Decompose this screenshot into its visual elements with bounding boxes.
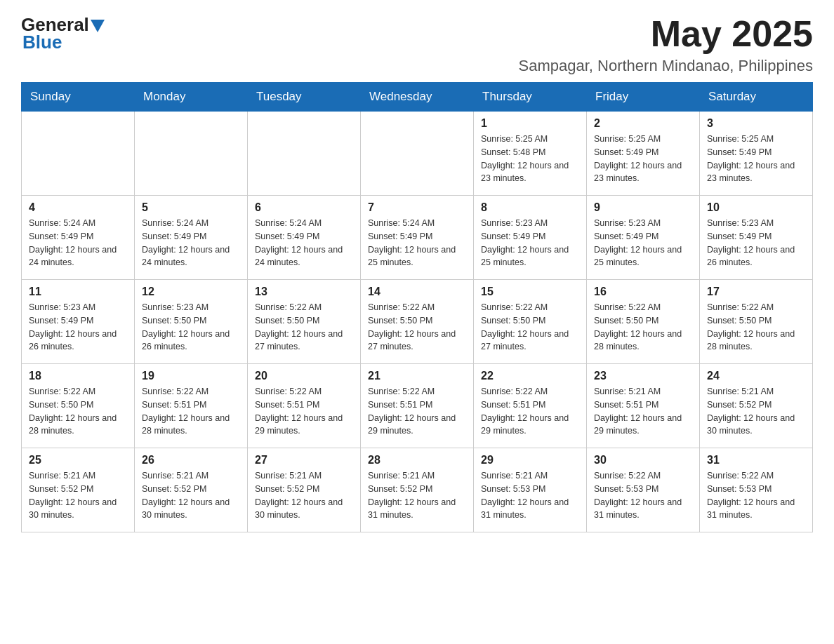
calendar-cell: 3Sunrise: 5:25 AM Sunset: 5:49 PM Daylig… (700, 112, 813, 196)
day-info: Sunrise: 5:22 AM Sunset: 5:53 PM Dayligh… (707, 469, 805, 522)
calendar-cell: 30Sunrise: 5:22 AM Sunset: 5:53 PM Dayli… (587, 448, 700, 532)
day-number: 9 (594, 201, 692, 214)
day-info: Sunrise: 5:22 AM Sunset: 5:50 PM Dayligh… (368, 301, 466, 354)
day-number: 4 (29, 201, 127, 214)
calendar-cell: 24Sunrise: 5:21 AM Sunset: 5:52 PM Dayli… (700, 364, 813, 448)
logo-triangle-icon (91, 20, 105, 32)
day-info: Sunrise: 5:22 AM Sunset: 5:51 PM Dayligh… (142, 385, 240, 438)
day-info: Sunrise: 5:22 AM Sunset: 5:53 PM Dayligh… (594, 469, 692, 522)
calendar-cell: 16Sunrise: 5:22 AM Sunset: 5:50 PM Dayli… (587, 280, 700, 364)
day-info: Sunrise: 5:23 AM Sunset: 5:49 PM Dayligh… (707, 217, 805, 269)
weekday-header-thursday: Thursday (474, 83, 587, 112)
day-number: 1 (481, 117, 579, 130)
calendar-cell: 5Sunrise: 5:24 AM Sunset: 5:49 PM Daylig… (135, 196, 248, 280)
day-number: 25 (29, 454, 127, 467)
calendar-cell: 15Sunrise: 5:22 AM Sunset: 5:50 PM Dayli… (474, 280, 587, 364)
calendar-cell: 27Sunrise: 5:21 AM Sunset: 5:52 PM Dayli… (248, 448, 361, 532)
calendar-cell: 14Sunrise: 5:22 AM Sunset: 5:50 PM Dayli… (361, 280, 474, 364)
day-number: 26 (142, 454, 240, 467)
day-number: 16 (594, 286, 692, 298)
calendar-cell: 21Sunrise: 5:22 AM Sunset: 5:51 PM Dayli… (361, 364, 474, 448)
weekday-header-row: SundayMondayTuesdayWednesdayThursdayFrid… (22, 83, 813, 112)
day-number: 17 (707, 286, 805, 298)
location-title: Sampagar, Northern Mindanao, Philippines (519, 57, 813, 75)
day-info: Sunrise: 5:23 AM Sunset: 5:49 PM Dayligh… (481, 217, 579, 269)
calendar-cell (135, 112, 248, 196)
calendar-table: SundayMondayTuesdayWednesdayThursdayFrid… (21, 82, 813, 532)
calendar-week-row: 18Sunrise: 5:22 AM Sunset: 5:50 PM Dayli… (22, 364, 813, 448)
day-info: Sunrise: 5:21 AM Sunset: 5:52 PM Dayligh… (368, 469, 466, 522)
calendar-cell: 12Sunrise: 5:23 AM Sunset: 5:50 PM Dayli… (135, 280, 248, 364)
day-number: 18 (29, 370, 127, 382)
day-info: Sunrise: 5:24 AM Sunset: 5:49 PM Dayligh… (255, 217, 353, 269)
logo: General Blue (21, 14, 105, 53)
day-info: Sunrise: 5:21 AM Sunset: 5:52 PM Dayligh… (142, 469, 240, 522)
day-number: 7 (368, 201, 466, 214)
day-number: 24 (707, 370, 805, 382)
calendar-cell (361, 112, 474, 196)
calendar-cell: 25Sunrise: 5:21 AM Sunset: 5:52 PM Dayli… (22, 448, 135, 532)
day-number: 12 (142, 286, 240, 298)
day-info: Sunrise: 5:22 AM Sunset: 5:51 PM Dayligh… (368, 385, 466, 438)
logo-blue-text: Blue (22, 32, 105, 53)
day-info: Sunrise: 5:21 AM Sunset: 5:51 PM Dayligh… (594, 385, 692, 438)
day-number: 21 (368, 370, 466, 382)
calendar-cell: 9Sunrise: 5:23 AM Sunset: 5:49 PM Daylig… (587, 196, 700, 280)
calendar-cell: 4Sunrise: 5:24 AM Sunset: 5:49 PM Daylig… (22, 196, 135, 280)
day-number: 5 (142, 201, 240, 214)
day-number: 22 (481, 370, 579, 382)
day-number: 23 (594, 370, 692, 382)
day-info: Sunrise: 5:22 AM Sunset: 5:51 PM Dayligh… (481, 385, 579, 438)
day-number: 31 (707, 454, 805, 467)
day-number: 19 (142, 370, 240, 382)
weekday-header-saturday: Saturday (700, 83, 813, 112)
day-info: Sunrise: 5:21 AM Sunset: 5:52 PM Dayligh… (255, 469, 353, 522)
day-info: Sunrise: 5:24 AM Sunset: 5:49 PM Dayligh… (368, 217, 466, 269)
day-number: 15 (481, 286, 579, 298)
day-info: Sunrise: 5:21 AM Sunset: 5:53 PM Dayligh… (481, 469, 579, 522)
calendar-cell: 11Sunrise: 5:23 AM Sunset: 5:49 PM Dayli… (22, 280, 135, 364)
calendar-cell: 17Sunrise: 5:22 AM Sunset: 5:50 PM Dayli… (700, 280, 813, 364)
weekday-header-sunday: Sunday (22, 83, 135, 112)
day-info: Sunrise: 5:21 AM Sunset: 5:52 PM Dayligh… (29, 469, 127, 522)
day-info: Sunrise: 5:24 AM Sunset: 5:49 PM Dayligh… (142, 217, 240, 269)
calendar-cell: 28Sunrise: 5:21 AM Sunset: 5:52 PM Dayli… (361, 448, 474, 532)
day-number: 30 (594, 454, 692, 467)
day-number: 27 (255, 454, 353, 467)
day-info: Sunrise: 5:22 AM Sunset: 5:51 PM Dayligh… (255, 385, 353, 438)
calendar-week-row: 11Sunrise: 5:23 AM Sunset: 5:49 PM Dayli… (22, 280, 813, 364)
day-number: 11 (29, 286, 127, 298)
calendar-cell: 18Sunrise: 5:22 AM Sunset: 5:50 PM Dayli… (22, 364, 135, 448)
header: General Blue May 2025 Sampagar, Northern… (21, 14, 813, 75)
calendar-cell: 13Sunrise: 5:22 AM Sunset: 5:50 PM Dayli… (248, 280, 361, 364)
weekday-header-monday: Monday (135, 83, 248, 112)
calendar-week-row: 1Sunrise: 5:25 AM Sunset: 5:48 PM Daylig… (22, 112, 813, 196)
calendar-cell (248, 112, 361, 196)
day-info: Sunrise: 5:22 AM Sunset: 5:50 PM Dayligh… (481, 301, 579, 354)
day-info: Sunrise: 5:23 AM Sunset: 5:49 PM Dayligh… (29, 301, 127, 354)
calendar-cell: 2Sunrise: 5:25 AM Sunset: 5:49 PM Daylig… (587, 112, 700, 196)
day-number: 2 (594, 117, 692, 130)
day-info: Sunrise: 5:23 AM Sunset: 5:50 PM Dayligh… (142, 301, 240, 354)
day-info: Sunrise: 5:23 AM Sunset: 5:49 PM Dayligh… (594, 217, 692, 269)
calendar-cell: 1Sunrise: 5:25 AM Sunset: 5:48 PM Daylig… (474, 112, 587, 196)
day-number: 10 (707, 201, 805, 214)
day-number: 28 (368, 454, 466, 467)
calendar-cell: 10Sunrise: 5:23 AM Sunset: 5:49 PM Dayli… (700, 196, 813, 280)
title-area: May 2025 Sampagar, Northern Mindanao, Ph… (519, 14, 813, 75)
calendar-cell: 7Sunrise: 5:24 AM Sunset: 5:49 PM Daylig… (361, 196, 474, 280)
weekday-header-wednesday: Wednesday (361, 83, 474, 112)
calendar-cell: 29Sunrise: 5:21 AM Sunset: 5:53 PM Dayli… (474, 448, 587, 532)
day-number: 8 (481, 201, 579, 214)
calendar-cell: 22Sunrise: 5:22 AM Sunset: 5:51 PM Dayli… (474, 364, 587, 448)
day-number: 20 (255, 370, 353, 382)
calendar-cell (22, 112, 135, 196)
calendar-cell: 26Sunrise: 5:21 AM Sunset: 5:52 PM Dayli… (135, 448, 248, 532)
day-info: Sunrise: 5:25 AM Sunset: 5:49 PM Dayligh… (594, 133, 692, 185)
weekday-header-tuesday: Tuesday (248, 83, 361, 112)
day-number: 3 (707, 117, 805, 130)
day-number: 13 (255, 286, 353, 298)
day-info: Sunrise: 5:25 AM Sunset: 5:48 PM Dayligh… (481, 133, 579, 185)
calendar-cell: 31Sunrise: 5:22 AM Sunset: 5:53 PM Dayli… (700, 448, 813, 532)
day-info: Sunrise: 5:25 AM Sunset: 5:49 PM Dayligh… (707, 133, 805, 185)
